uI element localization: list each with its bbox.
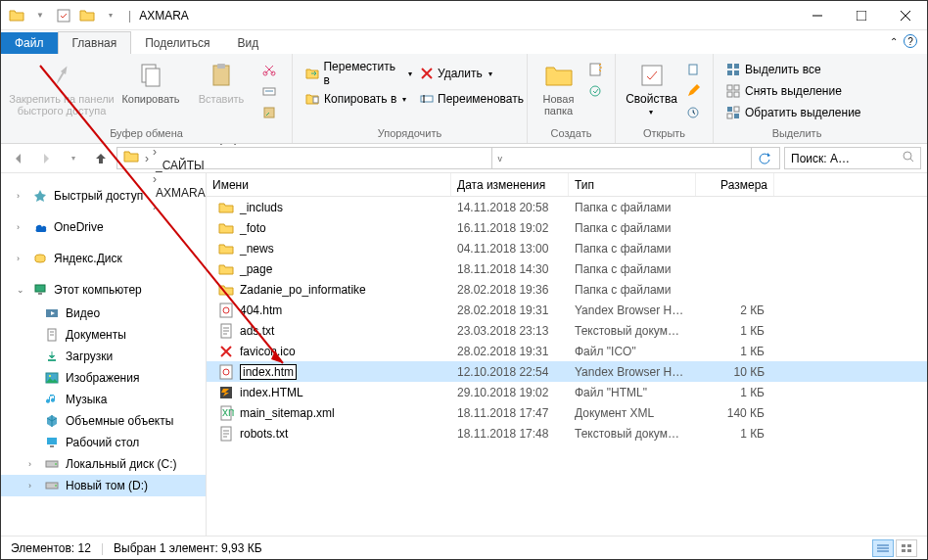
ribbon-collapse-icon[interactable]: ⌃ bbox=[890, 36, 898, 47]
column-date[interactable]: Дата изменения bbox=[451, 173, 569, 196]
file-row[interactable]: ads.txt23.03.2018 23:13Текстовый докум…1… bbox=[207, 320, 927, 341]
nav-pictures[interactable]: Изображения bbox=[1, 367, 206, 389]
file-date: 18.11.2018 17:48 bbox=[451, 427, 569, 441]
properties-button[interactable]: Свойства▾ bbox=[624, 58, 679, 118]
tab-view[interactable]: Вид bbox=[223, 32, 272, 54]
file-row[interactable]: 404.htm28.02.2018 19:31Yandex Browser H…… bbox=[207, 300, 927, 320]
file-icon bbox=[218, 323, 234, 339]
column-name[interactable]: Имени bbox=[207, 173, 451, 196]
column-size[interactable]: Размера bbox=[696, 173, 774, 196]
copy-button[interactable]: Копировать bbox=[116, 58, 185, 105]
file-type: Файл "ICO" bbox=[569, 345, 696, 358]
view-large-button[interactable] bbox=[896, 539, 917, 557]
nav-up-button[interactable] bbox=[89, 147, 113, 170]
svg-rect-52 bbox=[220, 303, 232, 317]
move-to-button[interactable]: Переместить в▾ bbox=[301, 58, 416, 89]
file-row[interactable]: xmlmain_sitemap.xml18.11.2018 17:47Докум… bbox=[207, 402, 927, 423]
nav-music[interactable]: Музыка bbox=[1, 389, 206, 410]
nav-video[interactable]: Видео bbox=[1, 303, 206, 324]
nav-recent-button[interactable]: ▾ bbox=[62, 147, 85, 170]
file-row[interactable]: _includs14.11.2018 20:58Папка с файлами bbox=[207, 197, 927, 217]
help-icon[interactable]: ? bbox=[904, 34, 917, 48]
column-type[interactable]: Тип bbox=[569, 173, 696, 196]
status-item-count: Элементов: 12 bbox=[11, 541, 91, 555]
nav-yandex-disk[interactable]: ›Яндекс.Диск bbox=[1, 248, 206, 269]
maximize-button[interactable] bbox=[839, 1, 883, 30]
history-button[interactable] bbox=[681, 103, 705, 122]
nav-d-drive[interactable]: ›Новый том (D:) bbox=[1, 475, 206, 496]
svg-rect-29 bbox=[734, 92, 739, 97]
file-name: index.htm bbox=[240, 365, 297, 379]
svg-rect-6 bbox=[146, 69, 160, 86]
new-item-button[interactable] bbox=[583, 60, 607, 79]
properties-qat-icon[interactable] bbox=[54, 6, 73, 25]
nav-onedrive[interactable]: ›OneDrive bbox=[1, 216, 206, 238]
minimize-button[interactable] bbox=[795, 1, 839, 30]
open-button[interactable] bbox=[681, 60, 705, 79]
svg-point-51 bbox=[55, 485, 57, 487]
file-row[interactable]: _foto16.11.2018 19:02Папка с файлами bbox=[207, 217, 927, 238]
file-icon bbox=[218, 200, 234, 215]
title-separator: | bbox=[128, 9, 131, 23]
nav-desktop[interactable]: Рабочий стол bbox=[1, 432, 206, 453]
qat-dropdown-icon[interactable]: ▼ bbox=[30, 6, 50, 25]
tab-file[interactable]: Файл bbox=[1, 32, 58, 54]
file-icon bbox=[218, 220, 234, 236]
file-size: 10 КБ bbox=[696, 365, 774, 379]
new-folder-button[interactable]: Новая папка bbox=[535, 58, 581, 117]
address-dropdown-icon[interactable]: v bbox=[491, 148, 509, 168]
svg-rect-14 bbox=[313, 97, 318, 103]
nav-c-drive[interactable]: ›Локальный диск (C:) bbox=[1, 453, 206, 475]
svg-rect-27 bbox=[734, 85, 739, 90]
nav-documents[interactable]: Документы bbox=[1, 324, 206, 346]
close-button[interactable] bbox=[883, 1, 927, 30]
file-date: 29.10.2018 19:02 bbox=[451, 386, 569, 399]
nav-3d-objects[interactable]: Объемные объекты bbox=[1, 410, 206, 432]
delete-button[interactable]: Удалить▾ bbox=[416, 58, 494, 89]
qat-chevron-icon[interactable]: ▾ bbox=[101, 6, 120, 25]
view-details-button[interactable] bbox=[872, 539, 894, 557]
group-organize: Упорядочить bbox=[301, 127, 519, 141]
svg-rect-43 bbox=[48, 359, 56, 361]
file-type: Папка с файлами bbox=[569, 242, 696, 256]
file-row[interactable]: _news04.11.2018 13:00Папка с файлами bbox=[207, 238, 927, 258]
nav-quick-access[interactable]: ›Быстрый доступ bbox=[1, 185, 206, 207]
file-row[interactable]: robots.txt18.11.2018 17:48Текстовый доку… bbox=[207, 423, 927, 443]
svg-rect-22 bbox=[727, 64, 732, 69]
invert-selection-button[interactable]: Обратить выделение bbox=[721, 103, 865, 122]
paste-shortcut-button[interactable] bbox=[257, 103, 281, 122]
nav-forward-button[interactable] bbox=[34, 147, 58, 170]
tab-share[interactable]: Поделиться bbox=[131, 32, 223, 54]
nav-tree[interactable]: ›Быстрый доступ ›OneDrive ›Яндекс.Диск ⌄… bbox=[1, 173, 207, 536]
search-input[interactable]: Поиск: A… bbox=[784, 147, 921, 169]
nav-back-button[interactable] bbox=[7, 147, 30, 170]
easy-access-button[interactable] bbox=[583, 81, 607, 101]
file-type: Папка с файлами bbox=[569, 201, 696, 214]
copy-to-button[interactable]: Копировать в▾ bbox=[301, 89, 416, 109]
file-row[interactable]: _page18.11.2018 14:30Папка с файлами bbox=[207, 258, 927, 279]
file-row[interactable]: index.HTML29.10.2018 19:02Файл "HTML"1 К… bbox=[207, 382, 927, 402]
select-all-button[interactable]: Выделить все bbox=[721, 60, 865, 79]
copy-path-button[interactable] bbox=[257, 81, 281, 101]
address-bar[interactable]: › Этот компьютер›Новый том (D:)›_САЙТЫ›A… bbox=[116, 147, 780, 169]
file-row[interactable]: favicon.ico28.02.2018 19:31Файл "ICO"1 К… bbox=[207, 341, 927, 361]
svg-rect-70 bbox=[902, 544, 905, 547]
refresh-icon[interactable] bbox=[751, 148, 777, 168]
select-none-button[interactable]: Снять выделение bbox=[721, 81, 865, 101]
file-row[interactable]: Zadanie_po_informatike28.02.2018 19:36Па… bbox=[207, 279, 927, 300]
breadcrumb-item[interactable]: _САЙТЫ bbox=[151, 159, 249, 172]
rename-button[interactable]: Переименовать bbox=[416, 89, 524, 109]
svg-rect-37 bbox=[35, 285, 45, 292]
file-date: 16.11.2018 19:02 bbox=[451, 221, 569, 235]
file-date: 28.02.2018 19:36 bbox=[451, 283, 569, 297]
pin-button[interactable]: Закрепить на панели быстрого доступа bbox=[9, 58, 115, 117]
edit-button[interactable] bbox=[681, 81, 705, 101]
svg-rect-24 bbox=[727, 70, 732, 75]
nav-downloads[interactable]: Загрузки bbox=[1, 346, 206, 367]
folder-qat-icon[interactable] bbox=[77, 6, 97, 25]
file-row[interactable]: index.htm12.10.2018 22:54Yandex Browser … bbox=[207, 361, 927, 382]
tab-home[interactable]: Главная bbox=[58, 31, 132, 54]
nav-this-pc[interactable]: ⌄Этот компьютер bbox=[1, 279, 206, 301]
paste-button[interactable]: Вставить bbox=[187, 58, 255, 105]
cut-button[interactable] bbox=[257, 60, 281, 79]
